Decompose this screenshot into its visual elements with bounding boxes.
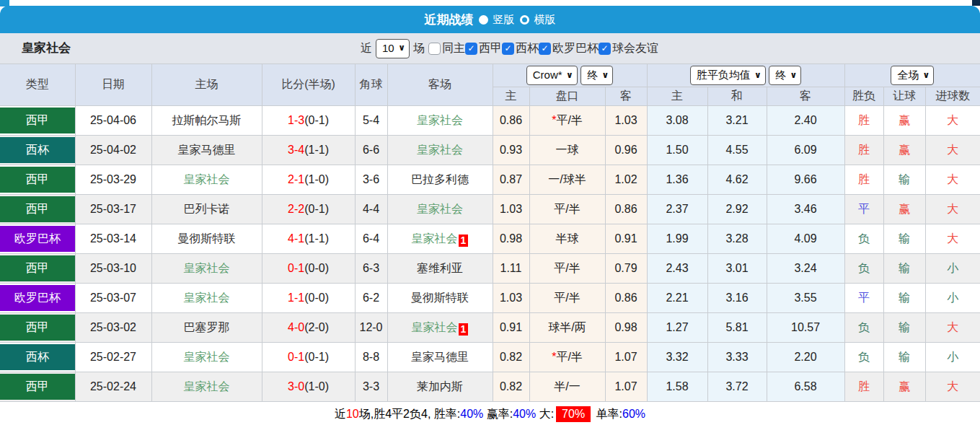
radio-horizontal-icon[interactable] (520, 15, 529, 25)
home-team-cell: 巴塞罗那 (151, 313, 262, 343)
avg-draw-cell: 3.72 (707, 372, 767, 402)
scope-select[interactable]: 全场 (891, 66, 933, 83)
league-badge: 西杯 (0, 344, 75, 370)
league-type-cell: 西甲 (0, 106, 75, 136)
games-label: 场 (413, 41, 425, 56)
col-header-date: 日期 (75, 64, 151, 106)
team-name[interactable]: 曼彻斯特联 (178, 232, 236, 245)
away-odds-cell: 0.86 (605, 284, 647, 313)
team-name[interactable]: 巴拉多利德 (411, 173, 469, 185)
team-name[interactable]: 拉斯帕尔马斯 (172, 114, 242, 126)
avg-state-select[interactable]: 终 (769, 66, 800, 83)
team-name[interactable]: 曼彻斯特联 (411, 292, 469, 304)
radio-vertical-icon[interactable] (479, 15, 488, 25)
goals-result-cell: 大 (925, 372, 980, 402)
avg-home-cell: 1.36 (647, 165, 707, 195)
corners-cell: 6-6 (355, 136, 387, 165)
score-cell: 0-1(0-0) (262, 254, 355, 284)
avg-home-cell: 2.43 (647, 254, 707, 284)
checkbox-checked-icon[interactable]: ✓ (599, 43, 611, 55)
home-odds-cell: 0.93 (493, 136, 529, 165)
avg-home-cell: 3.08 (647, 106, 707, 136)
checkbox-checked-icon[interactable]: ✓ (539, 43, 551, 55)
score-cell: 4-0(2-0) (262, 313, 355, 343)
score-cell: 4-1(1-1) (262, 224, 355, 254)
odds-state-select[interactable]: 终 (581, 66, 612, 83)
handicap-cell: 半/一 (529, 372, 605, 402)
handicap-result-cell: 赢 (883, 372, 925, 402)
bookmaker-select[interactable]: Crow* (527, 66, 577, 83)
filter-checkbox-item[interactable]: ✓西甲 (465, 41, 502, 56)
corners-cell: 6-4 (355, 224, 387, 254)
home-team-cell: 巴列卡诺 (151, 195, 262, 224)
away-team-cell: 皇家社会1 (387, 313, 493, 343)
team-name[interactable]: 莱加内斯 (417, 380, 463, 393)
checkbox-label: 西杯 (516, 41, 539, 56)
goals-result-cell: 大 (925, 136, 980, 165)
league-type-cell: 西甲 (0, 372, 75, 402)
halftime-score: (2-0) (304, 321, 329, 333)
table-row: 西甲25-02-24皇家社会3-0(1-0)3-3莱加内斯0.82半/一1.07… (0, 372, 980, 402)
fulltime-score: 2-1 (288, 173, 304, 185)
team-name[interactable]: 皇家社会 (417, 114, 463, 126)
fulltime-score: 3-0 (288, 380, 304, 393)
handicap-result-cell: 赢 (883, 136, 925, 165)
wdl-result-cell: 平 (844, 195, 883, 224)
checkbox-checked-icon[interactable]: ✓ (502, 43, 514, 55)
league-type-cell: 西杯 (0, 343, 75, 372)
asterisk-icon: * (552, 114, 556, 126)
league-badge: 西甲 (0, 255, 75, 281)
team-name[interactable]: 皇家社会 (184, 262, 230, 274)
filter-bar: 皇家社会 近 10 ∨ 场 同主✓西甲✓西杯✓欧罗巴杯✓球会友谊 (0, 33, 980, 63)
score-cell: 0-1(0-1) (262, 343, 355, 372)
team-name[interactable]: 皇家马德里 (411, 351, 469, 363)
corners-cell: 3-3 (355, 372, 387, 402)
team-name[interactable]: 皇家社会 (417, 203, 463, 215)
filter-checkbox-item[interactable]: ✓球会友谊 (599, 41, 658, 56)
team-name[interactable]: 塞维利亚 (417, 262, 463, 274)
handicap-cell: *平/半 (529, 343, 605, 372)
scope-select-wrap: 全场 ∨ (891, 66, 934, 85)
col-header-type: 类型 (0, 64, 75, 106)
match-count-select[interactable]: 10 (376, 40, 409, 56)
team-name[interactable]: 皇家马德里 (178, 144, 236, 156)
filter-checkbox-item[interactable]: ✓西杯 (502, 41, 539, 56)
home-team-cell: 皇家社会 (151, 343, 262, 372)
team-name[interactable]: 巴塞罗那 (184, 321, 230, 333)
home-team-cell: 皇家社会 (151, 254, 262, 284)
home-team-cell: 皇家社会 (151, 284, 262, 313)
away-odds-cell: 0.91 (605, 224, 647, 254)
filter-checkbox-item[interactable]: 同主 (428, 41, 465, 56)
bookmaker-select-wrap: Crow* ∨ (526, 66, 578, 85)
col-header-avg-away: 客 (767, 87, 844, 106)
summary-segment: 单率: (593, 407, 622, 422)
halftime-score: (1-0) (304, 173, 329, 185)
checkbox-checked-icon[interactable]: ✓ (465, 43, 477, 55)
avg-select[interactable]: 胜平负均值 (691, 66, 765, 83)
fulltime-score: 2-2 (288, 203, 304, 215)
date-cell: 25-03-02 (75, 313, 151, 343)
radio-horizontal-label[interactable]: 横版 (534, 13, 556, 27)
handicap-result-cell: 输 (883, 284, 925, 313)
fulltime-score: 1-3 (288, 114, 304, 126)
team-name[interactable]: 皇家社会 (184, 351, 230, 363)
handicap-result-cell: 输 (883, 165, 925, 195)
avg-away-cell: 3.24 (767, 254, 844, 284)
home-odds-cell: 1.03 (493, 195, 529, 224)
col-header-result-handicap: 让球 (883, 87, 925, 106)
team-name[interactable]: 皇家社会 (417, 144, 463, 156)
fulltime-score: 1-1 (288, 292, 304, 304)
corners-cell: 12-0 (355, 313, 387, 343)
filter-checkbox-item[interactable]: ✓欧罗巴杯 (539, 41, 599, 56)
home-odds-cell: 0.98 (493, 224, 529, 254)
team-name[interactable]: 皇家社会 (184, 173, 230, 185)
team-name[interactable]: 皇家社会 (184, 380, 230, 393)
team-name[interactable]: 巴列卡诺 (184, 203, 230, 215)
team-name[interactable]: 皇家社会 (412, 232, 458, 245)
avg-draw-cell: 5.81 (707, 313, 767, 343)
team-name[interactable]: 皇家社会 (184, 292, 230, 304)
team-name[interactable]: 皇家社会 (412, 321, 458, 333)
checkbox-unchecked-icon[interactable] (428, 43, 441, 55)
radio-vertical-label[interactable]: 竖版 (493, 13, 515, 27)
away-team-cell: 莱加内斯 (387, 372, 493, 402)
